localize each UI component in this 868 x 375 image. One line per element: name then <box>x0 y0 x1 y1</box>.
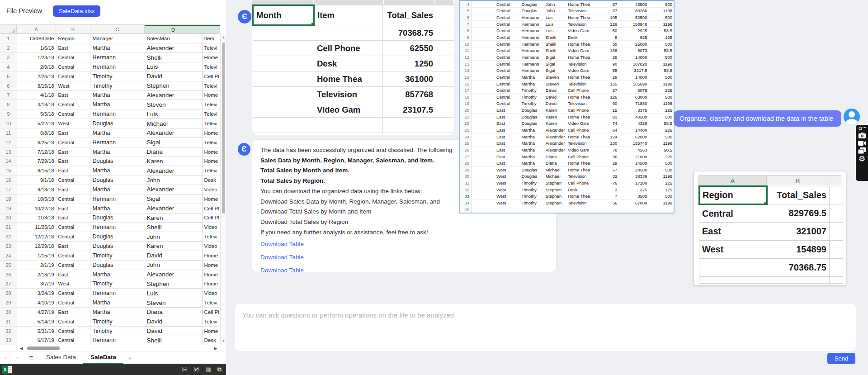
cell: East <box>56 185 90 195</box>
column-header-e-partial[interactable] <box>202 25 220 33</box>
cell: Hermann <box>520 28 544 34</box>
tab-next-icon[interactable]: › <box>12 354 24 361</box>
column-header-c[interactable]: C <box>90 25 145 33</box>
cell: Douglas <box>90 119 145 128</box>
cell: Central <box>495 74 520 81</box>
cell <box>472 193 495 200</box>
cell: John <box>145 232 202 242</box>
cell: Home <box>202 90 220 100</box>
download-table-link[interactable]: Download Table <box>260 237 548 251</box>
table-row: Central829769.5 <box>699 204 843 223</box>
cell: Central <box>56 336 90 345</box>
cell <box>253 56 314 71</box>
sheet-grid[interactable]: 1OrderDateRegionManagerSalesManItem21/6/… <box>0 34 220 345</box>
cell: Central <box>56 260 90 270</box>
table-row: 1810/5/18CentralHermannSigalHome <box>0 194 220 204</box>
video-camera-icon[interactable] <box>858 140 866 146</box>
cell: 20 <box>0 213 17 223</box>
column-header-d[interactable]: D <box>145 25 202 33</box>
cell: Central <box>56 71 90 81</box>
windows-stack-icon[interactable] <box>858 147 866 154</box>
table-row: 31WestTimothyStephenCell Phone7617100225 <box>460 180 674 186</box>
sheet-tab-sales-data[interactable]: Sales Data <box>39 351 83 364</box>
scroll-right-icon[interactable]: ▶ <box>212 345 219 351</box>
tab-prev-icon[interactable]: ‹ <box>0 354 12 361</box>
column-header-a[interactable]: A <box>17 25 56 33</box>
cell: 1/23/18 <box>17 53 56 62</box>
cell: 22 <box>460 120 472 127</box>
select-all-corner[interactable] <box>0 25 17 33</box>
cell: Central <box>56 176 90 185</box>
cell: Shelli <box>544 34 566 41</box>
cell: Sigal <box>145 194 202 204</box>
download-table-link[interactable]: Download Table <box>260 251 548 264</box>
cell: Central <box>56 317 90 326</box>
cell: Television <box>566 21 597 28</box>
reading-view-icon[interactable]: ▥ <box>205 366 211 374</box>
table-row: 9CentralHermannShelliDesk5625125 <box>460 34 674 41</box>
cell <box>830 186 843 204</box>
cell <box>472 74 495 81</box>
cell: West <box>495 166 520 173</box>
column-header-b[interactable]: B <box>56 25 90 33</box>
cell: West <box>56 119 90 128</box>
cell: 2/1/19 <box>17 260 56 270</box>
table-row: 21/6/18EastMarthaAlexanderTelevi <box>0 43 220 53</box>
cell: 2/18/19 <box>17 270 56 279</box>
download-table-link[interactable]: Download Table <box>260 264 548 272</box>
chat-panel: Є MonthItemTotal_Sales70368.75Cell Phone… <box>226 0 868 375</box>
table-row: 32WestTimothyStephenDesk3375125 <box>460 186 674 193</box>
cell <box>472 87 495 94</box>
send-button[interactable]: Send <box>827 353 855 364</box>
cell: Hermann <box>520 41 544 47</box>
cell: Martha <box>520 133 544 140</box>
vertical-scrollbar[interactable]: ▲ ▼ <box>220 33 226 345</box>
cell: Home <box>202 147 220 157</box>
cell: West <box>699 241 767 259</box>
table-row: 1910/22/18EastMarthaAlexanderCell Pl <box>0 204 220 213</box>
add-sheet-icon[interactable]: + <box>128 354 132 361</box>
cropped-header-strip <box>252 0 454 5</box>
cell: East <box>699 223 767 241</box>
paste-refresh-icon[interactable]: ⎘ <box>182 366 187 374</box>
cell: Central <box>495 100 520 107</box>
cell: Shelli <box>145 223 202 232</box>
table-row <box>699 277 843 284</box>
cell: Diana <box>544 160 566 166</box>
camera-icon[interactable] <box>858 132 866 139</box>
cell: Timothy <box>520 100 544 107</box>
clipboard-check-icon[interactable]: 🗹 <box>193 366 199 374</box>
cell: Month <box>253 5 314 25</box>
scroll-left-icon[interactable]: ◀ <box>18 345 24 351</box>
cell <box>597 206 618 213</box>
cell: 81 <box>597 114 618 120</box>
cell: Douglas <box>520 173 544 180</box>
chat-input[interactable] <box>235 304 856 351</box>
table-row: 2212/12/18CentralDouglasJohnTelevi <box>0 232 220 242</box>
cell: 2/26/18 <box>17 71 56 81</box>
vertical-scroll-thumb[interactable] <box>222 43 225 214</box>
cell: Martha <box>90 307 145 317</box>
cell: 1/6/18 <box>17 43 56 53</box>
cell: Timothy <box>90 71 145 81</box>
restore-window-icon[interactable]: ⧉ <box>217 366 222 374</box>
cell <box>472 28 495 34</box>
cell: 10 <box>460 41 472 47</box>
plugin-dots-icon[interactable] <box>859 126 866 131</box>
cell: West <box>495 180 520 186</box>
horizontal-scroll-thumb[interactable] <box>27 347 60 350</box>
cell: David <box>544 100 566 107</box>
horizontal-scrollbar[interactable]: ◀ ▶ <box>0 345 226 351</box>
cell: Cell Pl <box>202 71 220 81</box>
tab-menu-icon[interactable]: ≡ <box>24 354 39 361</box>
cell <box>472 120 495 127</box>
cell: 21600 <box>618 153 648 160</box>
sheet-tab-saledata-active[interactable]: SaleData <box>83 351 123 364</box>
gear-icon[interactable]: ⚙ <box>859 155 865 163</box>
file-tab-button[interactable]: SaleData.xlsx <box>53 5 100 17</box>
table-row: 26EastMarthaAlexanderVideo Gam78456358.5 <box>460 147 674 153</box>
cell: Timothy <box>520 180 544 186</box>
cell: 70368.75 <box>383 25 436 41</box>
cell: 7 <box>0 90 17 100</box>
cell: 829769.5 <box>767 204 830 223</box>
